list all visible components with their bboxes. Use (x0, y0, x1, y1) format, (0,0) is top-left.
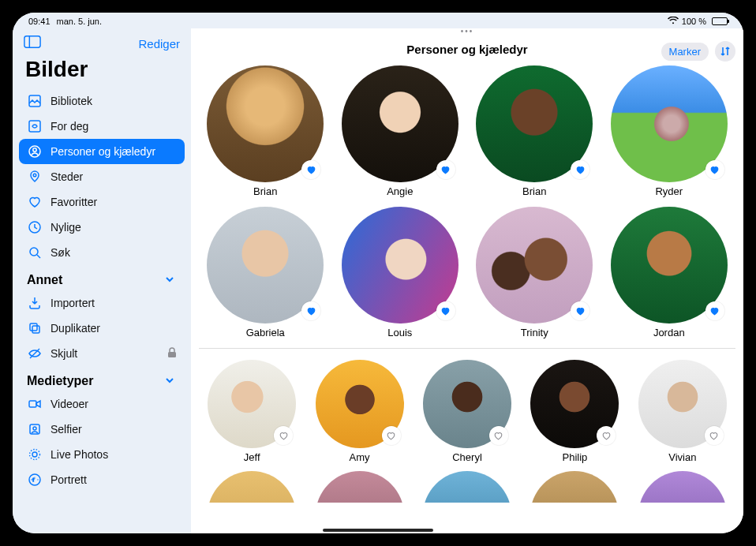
edit-button[interactable]: Rediger (138, 37, 180, 50)
sidebar-item-selfies[interactable]: Selfier (19, 417, 185, 442)
sidebar-item-library[interactable]: Bibliotek (19, 88, 185, 114)
svg-text:f: f (33, 477, 35, 482)
person-name: Brian (522, 185, 546, 197)
person-card[interactable]: Gabriela (205, 207, 326, 338)
portrait-icon: f (27, 472, 43, 488)
sidebar-section-other[interactable]: Annet (19, 265, 185, 290)
favorite-badge[interactable] (274, 426, 293, 445)
person-name: Jordan (653, 327, 685, 338)
person-card[interactable] (313, 471, 406, 503)
sidebar-item-favorites[interactable]: Favoritter (19, 189, 185, 215)
sidebar-item-label: Skjult (51, 347, 77, 360)
sidebar-item-label: Videoer (51, 398, 88, 410)
person-name: Cheryl (452, 451, 482, 463)
svg-rect-10 (32, 326, 39, 333)
person-name: Trinity (521, 327, 548, 338)
favorite-badge[interactable] (301, 160, 320, 179)
section-label: Medietyper (27, 374, 93, 388)
lock-icon (167, 347, 177, 361)
battery-percent: 100 % (682, 17, 706, 26)
favorite-badge[interactable] (489, 426, 508, 445)
chevron-down-icon (164, 274, 177, 286)
favorite-badge[interactable] (705, 160, 724, 179)
person-card[interactable]: Brian (474, 65, 595, 197)
sidebar-item-portrait[interactable]: f Portrett (19, 467, 185, 492)
person-card[interactable]: Jeff (205, 360, 298, 463)
selfie-icon (27, 421, 43, 437)
favorite-badge[interactable] (436, 301, 455, 320)
person-card[interactable]: Jordan (609, 207, 730, 338)
person-name: Gabriela (246, 327, 285, 338)
person-card[interactable]: Ryder (609, 65, 730, 197)
svg-point-16 (32, 452, 37, 457)
svg-rect-3 (29, 121, 40, 132)
sidebar-item-duplicates[interactable]: Duplikater (19, 316, 185, 341)
avatar (423, 471, 511, 503)
video-icon (27, 396, 43, 412)
person-name: Ryder (655, 185, 683, 197)
sidebar-item-live-photos[interactable]: Live Photos (19, 442, 185, 467)
sidebar-item-imported[interactable]: Importert (19, 290, 185, 316)
duplicates-icon (27, 320, 43, 336)
multitask-indicator[interactable]: ••• (191, 28, 743, 38)
favorite-badge[interactable] (705, 301, 724, 320)
person-card[interactable] (421, 471, 514, 503)
favorite-badge[interactable] (436, 160, 455, 179)
status-bar: 09:41 man. 5. jun. 100 % (13, 13, 743, 28)
favorite-badge[interactable] (571, 160, 589, 179)
others-grid-partial (199, 468, 735, 503)
sidebar-item-people-pets[interactable]: Personer og kjæledyr (19, 139, 185, 164)
sidebar-item-videos[interactable]: Videoer (19, 391, 185, 417)
favorite-badge[interactable] (382, 426, 401, 445)
svg-point-8 (30, 248, 38, 256)
favorite-badge[interactable] (705, 426, 724, 445)
person-card[interactable]: Angie (340, 65, 461, 197)
person-name: Amy (350, 451, 370, 463)
favorite-badge[interactable] (301, 301, 320, 320)
sidebar-item-hidden[interactable]: Skjult (19, 341, 185, 366)
person-card[interactable]: Brian (205, 65, 326, 197)
sidebar-item-label: Portrett (51, 473, 87, 486)
person-card[interactable] (528, 471, 621, 503)
favorite-badge[interactable] (597, 426, 616, 445)
person-name: Vivian (668, 451, 696, 463)
sidebar-item-places[interactable]: Steder (19, 164, 185, 189)
hidden-icon (27, 346, 43, 361)
person-card[interactable] (205, 471, 298, 503)
person-name: Angie (387, 185, 413, 197)
person-card[interactable]: Trinity (474, 207, 595, 338)
favorite-badge[interactable] (571, 301, 589, 320)
sidebar-item-label: Live Photos (51, 448, 108, 461)
person-card[interactable]: Cheryl (421, 360, 514, 463)
library-icon (27, 93, 43, 109)
sidebar: Rediger Bilder Bibliotek For deg Persone… (13, 28, 191, 533)
sidebar-title: Bilder (19, 57, 185, 88)
people-grid-scroll[interactable]: Brian Angie Brian (191, 62, 743, 533)
sidebar-item-recents[interactable]: Nylige (19, 215, 185, 240)
home-indicator[interactable] (323, 529, 433, 532)
person-card[interactable]: Louis (340, 207, 461, 338)
import-icon (27, 295, 43, 311)
sidebar-section-media-types[interactable]: Medietyper (19, 366, 185, 391)
person-card[interactable] (636, 471, 729, 503)
status-time: 09:41 (28, 17, 51, 26)
sidebar-item-search[interactable]: Søk (19, 240, 185, 265)
svg-rect-12 (168, 352, 176, 357)
select-button[interactable]: Marker (661, 43, 709, 61)
person-card[interactable]: Amy (313, 360, 406, 463)
person-card[interactable]: Philip (528, 360, 621, 463)
sidebar-item-label: Importert (51, 297, 95, 309)
person-name: Brian (253, 185, 277, 197)
svg-point-6 (33, 174, 36, 177)
sidebar-toggle-icon[interactable] (24, 35, 41, 52)
device-frame: 09:41 man. 5. jun. 100 % R (0, 0, 756, 546)
sort-button[interactable] (715, 41, 735, 62)
sidebar-item-label: Steder (51, 170, 83, 183)
sidebar-item-for-you[interactable]: For deg (19, 114, 185, 139)
avatar (208, 471, 296, 503)
status-date: man. 5. jun. (57, 17, 102, 26)
heart-icon (27, 194, 43, 210)
svg-rect-0 (24, 36, 40, 48)
sidebar-item-label: Selfier (51, 423, 82, 436)
person-card[interactable]: Vivian (636, 360, 729, 463)
